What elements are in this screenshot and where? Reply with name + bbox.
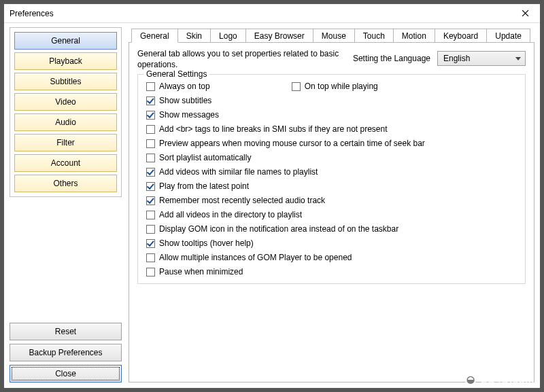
- checkbox-label: Add <br> tags to line breaks in SMI subs…: [159, 124, 388, 134]
- panel-description: General tab allows you to set properties…: [137, 48, 339, 70]
- tab-mouse[interactable]: Mouse: [313, 29, 355, 42]
- checkbox-label: Show subtitles: [159, 96, 211, 105]
- tab-update[interactable]: Update: [486, 29, 530, 42]
- checkbox-pair: Always on topOn top while playing: [146, 82, 518, 91]
- checkbox-show-messages[interactable]: Show messages: [146, 110, 518, 120]
- checkbox-box[interactable]: [146, 253, 155, 262]
- panel-header: General tab allows you to set properties…: [137, 48, 526, 70]
- language-label: Setting the Language: [353, 54, 430, 63]
- tab-motion[interactable]: Motion: [393, 29, 435, 42]
- checkbox-label: Sort playlist automatically: [159, 153, 251, 162]
- content-area: GeneralSkinLogoEasy BrowserMouseTouchMot…: [129, 27, 534, 382]
- checkbox-on-top-while-playing[interactable]: On top while playing: [292, 82, 378, 91]
- checkbox-list: Always on topOn top while playingShow su…: [146, 82, 518, 277]
- checkbox-label: Preview appears when moving mouse cursor…: [159, 139, 425, 148]
- chevron-down-icon: [515, 57, 521, 60]
- checkbox-label: Allow multiple instances of GOM Player t…: [159, 253, 352, 262]
- checkbox-box[interactable]: [146, 82, 155, 91]
- checkbox-label: Show messages: [159, 110, 219, 120]
- checkbox-box[interactable]: [146, 168, 155, 177]
- checkbox-label: On top while playing: [305, 82, 378, 91]
- general-settings-fieldset: General Settings Always on topOn top whi…: [137, 74, 526, 284]
- fieldset-legend: General Settings: [143, 69, 209, 79]
- checkbox-label: Remember most recently selected audio tr…: [159, 196, 325, 205]
- checkbox-box[interactable]: [146, 268, 155, 277]
- language-select[interactable]: English: [437, 51, 526, 66]
- tab-easy-browser[interactable]: Easy Browser: [245, 29, 313, 42]
- sidebar-bottom-buttons: Reset Backup Preferences Close: [10, 323, 122, 382]
- tab-keyboard[interactable]: Keyboard: [435, 29, 487, 42]
- reset-button[interactable]: Reset: [10, 323, 122, 340]
- checkbox-add-br-tags-to-line-breaks-in-smi-subs-i[interactable]: Add <br> tags to line breaks in SMI subs…: [146, 124, 518, 134]
- sidebar-item-others[interactable]: Others: [14, 175, 117, 192]
- sidebar-item-subtitles[interactable]: Subtitles: [14, 73, 117, 90]
- sidebar-item-audio[interactable]: Audio: [14, 113, 117, 131]
- tab-logo[interactable]: Logo: [210, 29, 246, 42]
- checkbox-show-subtitles[interactable]: Show subtitles: [146, 96, 518, 105]
- sidebar-item-general[interactable]: General: [14, 32, 117, 50]
- checkbox-allow-multiple-instances-of-gom-player-t[interactable]: Allow multiple instances of GOM Player t…: [146, 253, 518, 262]
- checkbox-label: Add all videos in the directory to playl…: [159, 210, 302, 219]
- checkbox-sort-playlist-automatically[interactable]: Sort playlist automatically: [146, 153, 518, 162]
- checkbox-box[interactable]: [146, 154, 155, 162]
- checkbox-box[interactable]: [146, 111, 155, 120]
- checkbox-box[interactable]: [146, 182, 155, 191]
- checkbox-display-gom-icon-in-the-notification-are[interactable]: Display GOM icon in the notification are…: [146, 224, 518, 234]
- checkbox-label: Play from the latest point: [159, 181, 249, 191]
- sidebar-item-video[interactable]: Video: [14, 93, 117, 111]
- checkbox-box[interactable]: [146, 96, 155, 105]
- checkbox-add-videos-with-similar-file-names-to-pl[interactable]: Add videos with similar file names to pl…: [146, 167, 518, 177]
- backup-preferences-button[interactable]: Backup Preferences: [10, 344, 122, 361]
- tab-general[interactable]: General: [131, 29, 178, 43]
- checkbox-add-all-videos-in-the-directory-to-playl[interactable]: Add all videos in the directory to playl…: [146, 210, 518, 219]
- checkbox-box[interactable]: [146, 211, 155, 219]
- checkbox-box[interactable]: [292, 82, 301, 91]
- checkbox-show-tooltips-hover-help[interactable]: Show tooltips (hover help): [146, 238, 518, 248]
- category-list: GeneralPlaybackSubtitlesVideoAudioFilter…: [10, 27, 122, 197]
- titlebar: Preferences: [4, 4, 540, 23]
- checkbox-preview-appears-when-moving-mouse-cursor[interactable]: Preview appears when moving mouse cursor…: [146, 139, 518, 148]
- window-title: Preferences: [10, 9, 54, 18]
- tab-skin[interactable]: Skin: [177, 29, 211, 42]
- close-icon[interactable]: [511, 5, 539, 22]
- tab-panel-general: General tab allows you to set properties…: [129, 42, 534, 382]
- language-row: Setting the Language English: [353, 48, 526, 66]
- sidebar-item-account[interactable]: Account: [14, 154, 117, 172]
- checkbox-box[interactable]: [146, 139, 155, 148]
- close-button[interactable]: Close: [10, 365, 122, 382]
- checkbox-box[interactable]: [146, 225, 155, 234]
- checkbox-box[interactable]: [146, 125, 155, 134]
- checkbox-box[interactable]: [146, 239, 155, 248]
- checkbox-label: Display GOM icon in the notification are…: [159, 224, 398, 234]
- checkbox-play-from-the-latest-point[interactable]: Play from the latest point: [146, 181, 518, 191]
- checkbox-label: Show tooltips (hover help): [159, 238, 254, 248]
- language-value: English: [443, 54, 470, 63]
- sidebar-item-playback[interactable]: Playback: [14, 52, 117, 70]
- checkbox-box[interactable]: [146, 196, 155, 205]
- tab-touch[interactable]: Touch: [354, 29, 394, 42]
- sidebar-item-filter[interactable]: Filter: [14, 134, 117, 152]
- checkbox-label: Always on top: [159, 82, 210, 91]
- checkbox-label: Add videos with similar file names to pl…: [159, 167, 318, 177]
- checkbox-label: Pause when minimized: [159, 267, 243, 277]
- checkbox-pause-when-minimized[interactable]: Pause when minimized: [146, 267, 518, 277]
- window-body: GeneralPlaybackSubtitlesVideoAudioFilter…: [4, 23, 540, 388]
- sidebar: GeneralPlaybackSubtitlesVideoAudioFilter…: [10, 27, 122, 382]
- tabstrip: GeneralSkinLogoEasy BrowserMouseTouchMot…: [131, 27, 534, 42]
- preferences-window: Preferences GeneralPlaybackSubtitlesVide…: [3, 3, 541, 389]
- checkbox-always-on-top[interactable]: Always on top: [146, 82, 210, 91]
- checkbox-remember-most-recently-selected-audio-tr[interactable]: Remember most recently selected audio tr…: [146, 196, 518, 205]
